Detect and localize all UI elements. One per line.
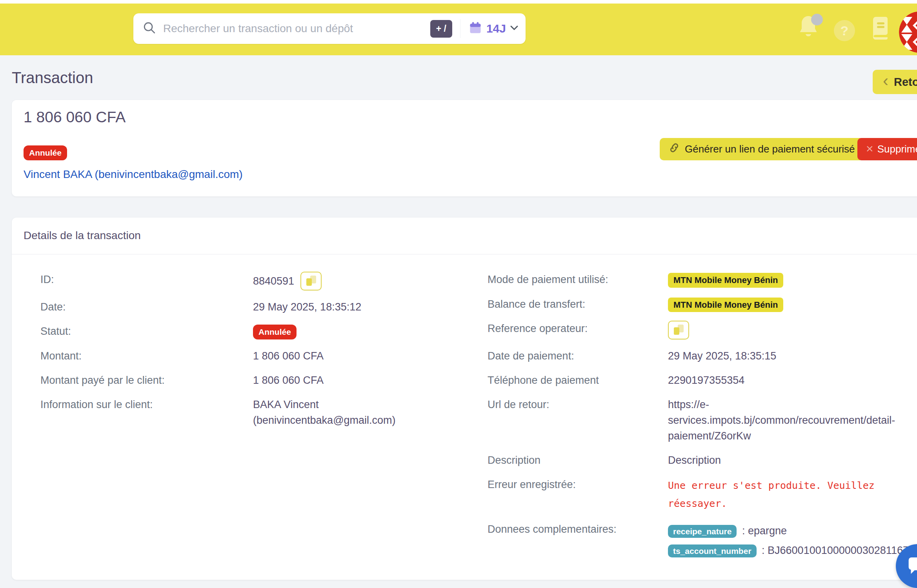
field-label: Donnees complementaires: bbox=[488, 521, 668, 561]
details-right-column: Mode de paiement utilisé:MTN Mobile Mone… bbox=[488, 272, 917, 569]
field-label: Balance de transfert: bbox=[488, 296, 668, 312]
field-value: https://e-services.impots.bj/common/reco… bbox=[668, 397, 917, 444]
field-value: 2290197355354 bbox=[668, 372, 917, 388]
close-icon: × bbox=[866, 142, 873, 155]
status-badge: Annulée bbox=[253, 325, 297, 339]
help-button[interactable]: ? bbox=[834, 20, 855, 41]
data-pair: ts_account_number : BJ660010010000003028… bbox=[668, 541, 917, 561]
field-row: Montant payé par le client:1 806 060 CFA bbox=[40, 372, 488, 388]
field-label: Mode de paiement utilisé: bbox=[488, 272, 668, 288]
chat-bubble-icon bbox=[907, 555, 917, 578]
field-value: MTN Mobile Money Bénin bbox=[668, 296, 917, 312]
generate-payment-link-button[interactable]: Générer un lien de paiement sécurisé bbox=[660, 138, 864, 160]
field-label: Erreur enregistrée: bbox=[488, 477, 668, 513]
field-row: DescriptionDescription bbox=[488, 452, 917, 468]
field-label: Date de paiement: bbox=[488, 348, 668, 364]
field-label: Téléphone de paiement bbox=[488, 372, 668, 388]
search-input[interactable] bbox=[162, 22, 426, 35]
field-row: Téléphone de paiement2290197355354 bbox=[488, 372, 917, 388]
field-row: Statut:Annulée bbox=[40, 323, 488, 339]
field-label: Montant payé par le client: bbox=[40, 372, 253, 388]
payment-method-badge: MTN Mobile Money Bénin bbox=[668, 298, 783, 312]
page-title: Transaction bbox=[12, 69, 93, 87]
copy-button[interactable] bbox=[668, 321, 689, 339]
field-value: 29 May 2025, 18:35:15 bbox=[668, 348, 917, 364]
search-box[interactable]: + / 14J bbox=[133, 13, 526, 44]
field-value: MTN Mobile Money Bénin bbox=[668, 272, 917, 288]
field-row: Reference operateur: bbox=[488, 321, 917, 339]
field-label: ID: bbox=[40, 272, 253, 290]
status-badge-wrap: Annulée bbox=[24, 145, 67, 160]
field-row: Donnees complementaires:receipe_nature :… bbox=[488, 521, 917, 561]
field-label: Url de retour: bbox=[488, 397, 668, 444]
field-value: Une erreur s'est produite. Veuillez rées… bbox=[668, 477, 917, 513]
field-row: Erreur enregistrée:Une erreur s'est prod… bbox=[488, 477, 917, 513]
details-fields: ID:8840591Date:29 May 2025, 18:35:12Stat… bbox=[40, 272, 917, 569]
delete-button[interactable]: × Supprimer bbox=[857, 138, 917, 160]
field-label: Description bbox=[488, 452, 668, 468]
notification-dot bbox=[811, 14, 823, 25]
book-icon bbox=[870, 34, 890, 41]
field-value-text: 8840591 bbox=[253, 273, 294, 289]
field-value: 8840591 bbox=[253, 272, 429, 290]
chevron-left-icon: ‹ bbox=[883, 73, 888, 89]
transaction-details-card: Details de la transaction ID:8840591Date… bbox=[12, 218, 917, 580]
transaction-amount: 1 806 060 CFA bbox=[24, 109, 126, 126]
data-key-badge: receipe_nature bbox=[668, 525, 737, 538]
status-badge: Annulée bbox=[24, 145, 67, 160]
field-row: Date de paiement:29 May 2025, 18:35:15 bbox=[488, 348, 917, 364]
field-row: Balance de transfert:MTN Mobile Money Bé… bbox=[488, 296, 917, 312]
field-value bbox=[668, 321, 917, 339]
field-row: Information sur le client:BAKA Vincent (… bbox=[40, 397, 488, 428]
search-shortcut-badge: + / bbox=[430, 20, 452, 38]
data-key-badge: ts_account_number bbox=[668, 544, 757, 557]
notifications-button[interactable] bbox=[797, 14, 823, 44]
field-value: 1 806 060 CFA bbox=[253, 372, 429, 388]
data-pair: receipe_nature : epargne bbox=[668, 521, 917, 541]
payment-method-badge: MTN Mobile Money Bénin bbox=[668, 273, 783, 288]
delete-button-label: Supprimer bbox=[877, 143, 917, 155]
link-icon bbox=[668, 142, 680, 156]
copy-button[interactable] bbox=[300, 272, 322, 290]
field-value: receipe_nature : epargnets_account_numbe… bbox=[668, 521, 917, 561]
field-row: Url de retour:https://e-services.impots.… bbox=[488, 397, 917, 444]
field-row: ID:8840591 bbox=[40, 272, 488, 290]
search-icon bbox=[143, 21, 156, 36]
calendar-icon bbox=[468, 21, 482, 36]
field-label: Date: bbox=[40, 299, 253, 315]
field-value: BAKA Vincent (benivincentbaka@gmail.com) bbox=[253, 397, 429, 428]
field-label: Information sur le client: bbox=[40, 397, 253, 428]
details-left-column: ID:8840591Date:29 May 2025, 18:35:12Stat… bbox=[40, 272, 488, 569]
copy-icon bbox=[306, 278, 312, 286]
field-row: Mode de paiement utilisé:MTN Mobile Mone… bbox=[488, 272, 917, 288]
details-card-title: Details de la transaction bbox=[24, 229, 141, 242]
top-strip bbox=[0, 0, 917, 4]
customer-link[interactable]: Vincent BAKA (benivincentbaka@gmail.com) bbox=[24, 168, 243, 181]
field-value: 29 May 2025, 18:35:12 bbox=[253, 299, 429, 315]
date-range-selector[interactable]: 14J bbox=[460, 19, 519, 38]
topbar: + / 14J ? bbox=[0, 4, 917, 55]
field-value: 1 806 060 CFA bbox=[253, 348, 429, 364]
back-button[interactable]: ‹ Retour bbox=[873, 70, 917, 94]
transaction-summary-card: 1 806 060 CFA Annulée Vincent BAKA (beni… bbox=[12, 100, 917, 196]
back-button-label: Retour bbox=[894, 76, 917, 89]
field-value: Description bbox=[668, 452, 917, 468]
app-root: + / 14J ? bbox=[0, 0, 917, 588]
chevron-down-icon bbox=[510, 25, 519, 32]
field-label: Montant: bbox=[40, 348, 253, 364]
documentation-button[interactable] bbox=[870, 16, 890, 41]
question-mark-icon: ? bbox=[841, 23, 849, 38]
field-row: Montant:1 806 060 CFA bbox=[40, 348, 488, 364]
field-label: Statut: bbox=[40, 323, 253, 339]
field-value: Annulée bbox=[253, 323, 429, 339]
field-label: Reference operateur: bbox=[488, 321, 668, 339]
field-row: Date:29 May 2025, 18:35:12 bbox=[40, 299, 488, 315]
avatar-pattern-icon bbox=[899, 11, 917, 53]
copy-icon bbox=[674, 327, 679, 335]
bell-icon bbox=[797, 34, 820, 41]
date-range-value: 14J bbox=[486, 22, 506, 35]
generate-payment-link-label: Générer un lien de paiement sécurisé bbox=[685, 143, 855, 155]
divider bbox=[12, 254, 917, 254]
account-avatar[interactable] bbox=[899, 11, 917, 53]
